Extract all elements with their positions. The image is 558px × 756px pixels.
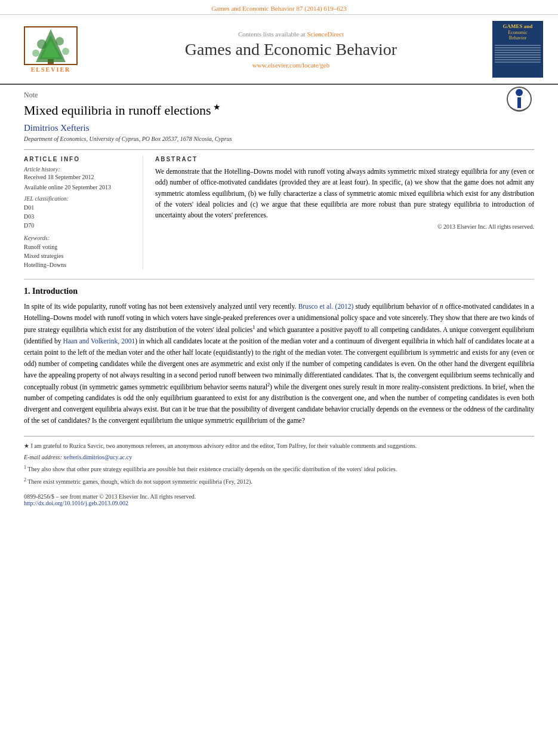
journal-title: Games and Economic Behavior [90,40,492,59]
journal-citation: Games and Economic Behavior 87 (2014) 61… [211,5,347,12]
svg-point-10 [516,89,523,96]
email-footnote: E-mail address: xefteris.dimitrios@ucy.a… [24,453,534,462]
svg-point-4 [37,39,47,49]
jel-d70: D70 [24,221,134,230]
sciencedirect-label: Contents lists available at ScienceDirec… [90,30,492,38]
journal-header: ELSEVIER Contents lists available at Sci… [0,15,558,85]
keyword-3: Hotelling–Downs [24,260,134,269]
elsevier-logo: ELSEVIER [12,26,90,73]
footnote-section: ★ I am grateful to Ruzica Savcic, two an… [24,436,534,486]
email-link[interactable]: xefteris.dimitrios@ucy.ac.cy [63,454,132,460]
cover-title-top: GAMES and [503,23,533,30]
sciencedirect-link[interactable]: ScienceDirect [307,30,344,38]
jel-label: JEL classification: [24,195,134,202]
article-info-heading: Article Info [24,156,134,162]
elsevier-tree-icon [24,26,78,65]
journal-url: www.elsevier.com/locate/geb [90,62,492,69]
journal-cover-container: GAMES and Economic Behavior [492,21,546,78]
journal-header-center: Contents lists available at ScienceDirec… [90,30,492,69]
ref-brusco: Brusco et al. (2012) [298,303,354,310]
doi-info: http://dx.doi.org/10.1016/j.geb.2013.09.… [24,500,534,506]
svg-point-7 [62,48,69,55]
history-label: Article history: [24,166,134,173]
svg-point-6 [32,50,39,57]
section-divider [24,279,534,279]
journal-url-link[interactable]: www.elsevier.com/locate/geb [252,62,329,69]
keyword-1: Runoff voting [24,242,134,251]
abstract-column: Abstract We demonstrate that the Hotelli… [155,156,534,269]
bottom-info: 0899-8256/$ – see front matter © 2013 El… [24,493,534,506]
journal-cover: GAMES and Economic Behavior [492,21,543,78]
abstract-heading: Abstract [155,156,534,162]
svg-rect-11 [517,97,521,108]
article-info-abstract-section: Article Info Article history: Received 1… [24,149,534,269]
section-title: 1. Introduction [24,287,534,296]
elsevier-logo-container: ELSEVIER [12,26,90,73]
abstract-text: We demonstrate that the Hotelling–Downs … [155,166,534,221]
doi-link[interactable]: http://dx.doi.org/10.1016/j.geb.2013.09.… [24,500,128,506]
keywords-label: Keywords: [24,235,134,241]
jel-d01: D01 [24,203,134,212]
intro-paragraph: In spite of its wide popularity, runoff … [24,301,534,426]
cover-decorative-lines [495,44,541,64]
footnote-2: 2 There exist symmetric games, though, w… [24,477,534,486]
footnote-1: 1 They also show that other pure strateg… [24,464,534,474]
cover-title-line3: Behavior [509,35,526,41]
author-name: Dimitrios Xefteris [24,123,534,133]
received-date: Received 18 September 2012 [24,174,134,180]
available-date: Available online 20 September 2013 [24,184,134,190]
star-footnote: ★ I am grateful to Ruzica Savcic, two an… [24,441,534,450]
keyword-2: Mixed strategies [24,251,134,260]
ref-haan: Haan and Volkerink, 2001 [63,337,135,345]
crossmark-icon [504,84,534,114]
introduction-section: 1. Introduction In spite of its wide pop… [24,287,534,426]
author-affiliation: Department of Economics, University of C… [24,136,534,142]
article-title: Mixed equilibria in runoff elections ★ [24,102,221,119]
copyright-notice: © 2013 Elsevier Inc. All rights reserved… [155,223,534,230]
jel-d03: D03 [24,212,134,221]
cover-title-bottom: Economic [508,30,527,36]
top-citation-bar: Games and Economic Behavior 87 (2014) 61… [0,0,558,15]
elsevier-wordmark: ELSEVIER [31,66,71,73]
note-label: Note [24,91,534,100]
issn-info: 0899-8256/$ – see front matter © 2013 El… [24,493,534,500]
svg-point-5 [56,37,64,45]
title-star: ★ [211,103,221,112]
article-content: Note Mixed equilibria in runoff election… [0,85,558,518]
article-info-column: Article Info Article history: Received 1… [24,156,143,269]
